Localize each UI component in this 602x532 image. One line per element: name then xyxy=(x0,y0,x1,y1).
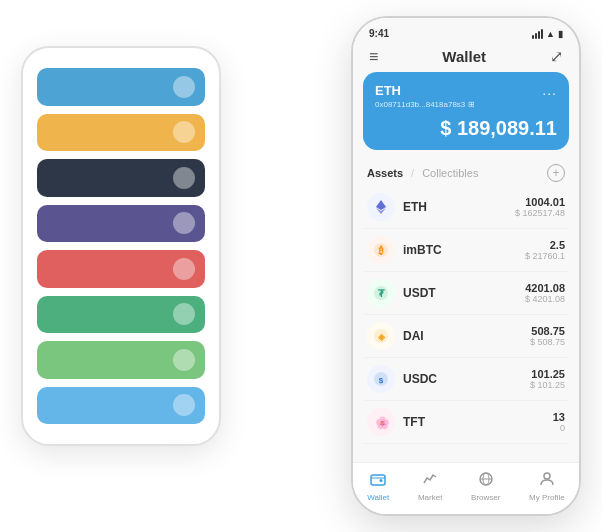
usdt-usd: $ 4201.08 xyxy=(525,294,565,304)
asset-name-usdt: USDT xyxy=(403,286,525,300)
imbtc-icon: ₿ xyxy=(367,236,395,264)
bottom-nav: Wallet Market Browser xyxy=(353,462,579,514)
asset-item-dai[interactable]: ◈ DAI 508.75 $ 508.75 xyxy=(363,315,569,358)
menu-icon[interactable]: ≡ xyxy=(369,48,378,66)
svg-point-12 xyxy=(380,479,383,482)
wallet-nav-icon xyxy=(370,471,386,491)
usdc-amount: 101.25 xyxy=(530,368,565,380)
asset-name-eth: ETH xyxy=(403,200,515,214)
card-dot xyxy=(173,258,195,280)
svg-text:$: $ xyxy=(379,376,384,385)
card-strip-green[interactable] xyxy=(37,296,205,334)
status-icons: ▲ ▮ xyxy=(532,29,563,39)
usdc-icon: $ xyxy=(367,365,395,393)
card-strip-red[interactable] xyxy=(37,250,205,288)
usdc-usd: $ 101.25 xyxy=(530,380,565,390)
asset-item-usdc[interactable]: $ USDC 101.25 $ 101.25 xyxy=(363,358,569,401)
profile-nav-icon xyxy=(539,471,555,491)
tft-icon: 🌸 xyxy=(367,408,395,436)
browser-nav-label: Browser xyxy=(471,493,500,502)
svg-text:◈: ◈ xyxy=(377,332,386,342)
eth-amount: 1004.01 xyxy=(515,196,565,208)
asset-values-dai: 508.75 $ 508.75 xyxy=(530,325,565,347)
usdt-amount: 4201.08 xyxy=(525,282,565,294)
asset-name-tft: TFT xyxy=(403,415,553,429)
status-bar: 9:41 ▲ ▮ xyxy=(353,18,579,43)
tft-usd: 0 xyxy=(553,423,565,433)
card-dot xyxy=(173,394,195,416)
market-nav-icon xyxy=(422,471,438,491)
dai-amount: 508.75 xyxy=(530,325,565,337)
asset-values-imbtc: 2.5 $ 21760.1 xyxy=(525,239,565,261)
bottom-nav-profile[interactable]: My Profile xyxy=(529,471,565,502)
scene: 9:41 ▲ ▮ ≡ Wallet ⤢ ETH ... xyxy=(21,16,581,516)
eth-balance: $ 189,089.11 xyxy=(375,117,557,140)
eth-icon xyxy=(367,193,395,221)
eth-card-label: ETH xyxy=(375,83,401,98)
asset-list: ETH 1004.01 $ 162517.48 ₿ imBTC 2.5 $ 21… xyxy=(353,186,579,462)
svg-marker-0 xyxy=(376,200,386,210)
asset-item-imbtc[interactable]: ₿ imBTC 2.5 $ 21760.1 xyxy=(363,229,569,272)
eth-card[interactable]: ETH ... 0x08711d3b...8418a78s3 ⊞ $ 189,0… xyxy=(363,72,569,150)
phone-left xyxy=(21,46,221,446)
top-nav-bar: ≡ Wallet ⤢ xyxy=(353,43,579,72)
tab-assets[interactable]: Assets xyxy=(367,167,403,179)
asset-values-usdc: 101.25 $ 101.25 xyxy=(530,368,565,390)
signal-icon xyxy=(532,29,543,39)
card-dot xyxy=(173,76,195,98)
tab-collectibles[interactable]: Collectibles xyxy=(422,167,478,179)
browser-nav-icon xyxy=(478,471,494,491)
dai-usd: $ 508.75 xyxy=(530,337,565,347)
svg-rect-11 xyxy=(371,475,385,485)
card-dot xyxy=(173,167,195,189)
card-strip-purple[interactable] xyxy=(37,205,205,243)
card-dot xyxy=(173,349,195,371)
asset-values-eth: 1004.01 $ 162517.48 xyxy=(515,196,565,218)
card-strip-dark[interactable] xyxy=(37,159,205,197)
asset-values-tft: 13 0 xyxy=(553,411,565,433)
card-strip-blue[interactable] xyxy=(37,68,205,106)
asset-item-usdt[interactable]: ₮ USDT 4201.08 $ 4201.08 xyxy=(363,272,569,315)
svg-point-16 xyxy=(544,473,550,479)
bottom-nav-wallet[interactable]: Wallet xyxy=(367,471,389,502)
wallet-nav-label: Wallet xyxy=(367,493,389,502)
page-title: Wallet xyxy=(442,48,486,65)
asset-name-imbtc: imBTC xyxy=(403,243,525,257)
card-strip-lightgreen[interactable] xyxy=(37,341,205,379)
svg-text:₿: ₿ xyxy=(378,245,384,256)
battery-icon: ▮ xyxy=(558,29,563,39)
eth-card-more[interactable]: ... xyxy=(542,82,557,98)
asset-name-dai: DAI xyxy=(403,329,530,343)
tft-amount: 13 xyxy=(553,411,565,423)
usdt-icon: ₮ xyxy=(367,279,395,307)
card-dot xyxy=(173,121,195,143)
status-time: 9:41 xyxy=(369,28,389,39)
add-asset-button[interactable]: + xyxy=(547,164,565,182)
wifi-icon: ▲ xyxy=(546,29,555,39)
assets-tabs: Assets / Collectibles xyxy=(367,167,478,179)
eth-usd: $ 162517.48 xyxy=(515,208,565,218)
tab-divider: / xyxy=(411,167,414,179)
assets-header: Assets / Collectibles + xyxy=(353,158,579,186)
market-nav-label: Market xyxy=(418,493,442,502)
card-dot xyxy=(173,303,195,325)
asset-name-usdc: USDC xyxy=(403,372,530,386)
profile-nav-label: My Profile xyxy=(529,493,565,502)
card-strip-yellow[interactable] xyxy=(37,114,205,152)
expand-icon[interactable]: ⤢ xyxy=(550,47,563,66)
phone-right: 9:41 ▲ ▮ ≡ Wallet ⤢ ETH ... xyxy=(351,16,581,516)
bottom-nav-browser[interactable]: Browser xyxy=(471,471,500,502)
dai-icon: ◈ xyxy=(367,322,395,350)
card-dot xyxy=(173,212,195,234)
eth-address: 0x08711d3b...8418a78s3 ⊞ xyxy=(375,100,557,109)
svg-text:🌸: 🌸 xyxy=(375,415,389,430)
asset-item-tft[interactable]: 🌸 TFT 13 0 xyxy=(363,401,569,444)
asset-item-eth[interactable]: ETH 1004.01 $ 162517.48 xyxy=(363,186,569,229)
imbtc-usd: $ 21760.1 xyxy=(525,251,565,261)
imbtc-amount: 2.5 xyxy=(525,239,565,251)
svg-text:₮: ₮ xyxy=(378,288,385,299)
bottom-nav-market[interactable]: Market xyxy=(418,471,442,502)
asset-values-usdt: 4201.08 $ 4201.08 xyxy=(525,282,565,304)
card-strip-lightblue[interactable] xyxy=(37,387,205,425)
